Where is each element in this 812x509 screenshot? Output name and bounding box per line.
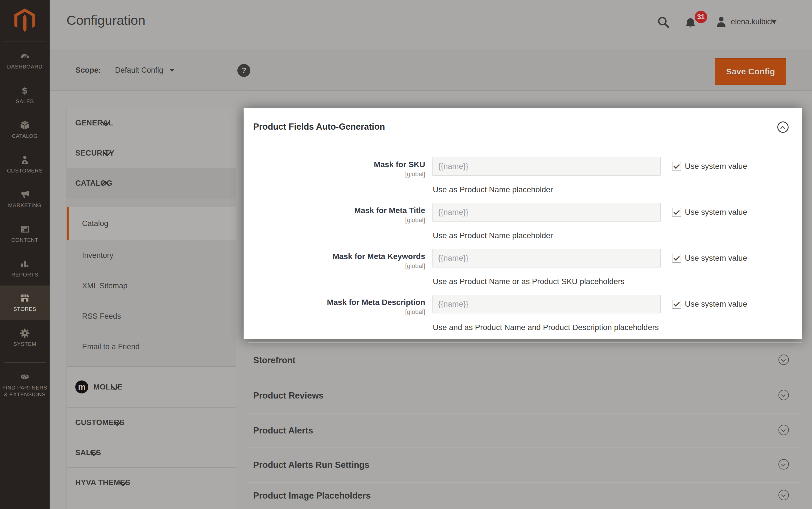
sidebar-item-label: REPORTS xyxy=(11,271,38,278)
sidebar-item-label: DASHBOARD xyxy=(7,63,42,70)
config-submenu-item-label: Catalog xyxy=(82,219,108,228)
collapsed-sections-list: StorefrontProduct ReviewsProduct AlertsP… xyxy=(248,342,802,509)
config-menu-section-security[interactable]: SECURITY xyxy=(67,138,236,168)
user-avatar-icon[interactable] xyxy=(714,15,728,30)
use-system-value-checkbox[interactable]: Use system value xyxy=(672,203,747,222)
config-submenu-item-inventory[interactable]: Inventory xyxy=(67,240,236,271)
config-menu-section-sales[interactable]: SALES xyxy=(67,438,236,467)
config-submenu-item-rss-feeds[interactable]: RSS Feeds xyxy=(67,301,236,332)
chevron-down-icon xyxy=(781,463,786,466)
field-input-mask-for-sku[interactable] xyxy=(432,157,660,176)
field-input-mask-for-meta-description[interactable] xyxy=(432,295,660,313)
chevron-down-icon xyxy=(102,120,110,126)
config-submenu-item-label: Email to a Friend xyxy=(82,342,139,351)
expand-section-icon[interactable] xyxy=(778,459,789,470)
field-note: Use as Product Name placeholder xyxy=(433,226,553,245)
collapsed-section-product-reviews[interactable]: Product Reviews xyxy=(248,378,802,413)
sidebar-item-label: FIND PARTNERS & EXTENSIONS xyxy=(1,384,48,398)
collapsed-section-storefront[interactable]: Storefront xyxy=(248,342,802,378)
sidebar-item-label: STORES xyxy=(13,306,36,312)
field-scope-label: [global] xyxy=(243,262,425,270)
scope-toolbar: Scope: Default Config ? Save Config xyxy=(50,50,812,91)
config-menu-section-hyva-themes[interactable]: HYVA THEMES xyxy=(67,467,236,498)
sidebar-item-catalog[interactable]: CATALOG xyxy=(0,114,50,145)
sidebar-divider xyxy=(4,41,46,41)
collapsed-section-title: Product Alerts xyxy=(253,426,313,436)
sidebar-item-label: CUSTOMERS xyxy=(7,167,42,174)
sidebar-item-stores[interactable]: STORES xyxy=(0,285,50,320)
sidebar-item-system[interactable]: SYSTEM xyxy=(0,323,50,353)
help-icon[interactable]: ? xyxy=(237,64,250,77)
collapsed-section-product-alerts[interactable]: Product Alerts xyxy=(248,413,802,447)
collapsed-section-title: Product Image Placeholders xyxy=(253,491,371,501)
checkbox-checked-icon xyxy=(672,254,681,263)
chevron-down-icon xyxy=(781,429,786,432)
use-system-value-checkbox[interactable]: Use system value xyxy=(672,249,747,268)
sidebar-item-customers[interactable]: CUSTOMERS xyxy=(0,149,50,179)
config-menu-section-general[interactable]: GENERAL xyxy=(67,108,236,138)
chevron-down-icon xyxy=(90,450,98,455)
config-menu-section-partial[interactable] xyxy=(67,498,236,509)
checkbox-checked-icon xyxy=(672,300,681,309)
expand-section-icon[interactable] xyxy=(778,354,789,365)
sidebar-item-find-partners-extensions[interactable]: FIND PARTNERS & EXTENSIONS xyxy=(0,366,50,403)
field-note: Use as Product Name placeholder xyxy=(433,180,553,199)
expand-section-icon[interactable] xyxy=(778,490,789,500)
config-menu-section-catalog[interactable]: CATALOG xyxy=(67,168,236,198)
field-row-mask-for-meta-keywords: Mask for Meta Keywords[global]Use as Pro… xyxy=(243,249,802,295)
field-label: Mask for Meta Description xyxy=(243,298,425,307)
sidebar-item-reports[interactable]: REPORTS xyxy=(0,253,50,283)
search-icon[interactable] xyxy=(657,16,670,30)
config-submenu-catalog: CatalogInventoryXML SitemapRSS FeedsEmai… xyxy=(67,198,236,366)
sidebar-item-label: CONTENT xyxy=(11,237,38,243)
collapsed-section-product-image-placeholders[interactable]: Product Image Placeholders xyxy=(248,482,802,509)
field-scope-label: [global] xyxy=(243,216,425,224)
config-submenu-item-label: XML Sitemap xyxy=(82,281,127,290)
magento-logo-icon[interactable] xyxy=(0,8,50,33)
field-row-mask-for-meta-description: Mask for Meta Description[global]Use and… xyxy=(243,295,802,341)
sidebar-item-content[interactable]: CONTENT xyxy=(0,218,50,249)
config-submenu-item-email-to-a-friend[interactable]: Email to a Friend xyxy=(67,332,236,362)
expand-section-icon[interactable] xyxy=(778,425,789,435)
dashboard-icon xyxy=(20,51,30,61)
sales-icon: $ xyxy=(20,86,30,96)
chevron-down-icon xyxy=(119,480,127,486)
config-menu-section-customers[interactable]: CUSTOMERS xyxy=(67,407,236,438)
username[interactable]: elena.kulbich xyxy=(731,18,775,26)
checkbox-checked-icon xyxy=(672,162,681,171)
content-icon xyxy=(20,224,30,234)
notification-count-badge[interactable]: 31 xyxy=(695,11,707,23)
stores-icon xyxy=(20,293,30,303)
config-submenu-item-label: RSS Feeds xyxy=(82,312,121,321)
use-system-value-checkbox[interactable]: Use system value xyxy=(672,157,747,176)
sidebar-item-sales[interactable]: $SALES xyxy=(0,80,50,110)
checkbox-label: Use system value xyxy=(685,300,747,309)
expand-section-icon[interactable] xyxy=(778,390,789,400)
user-menu-caret-icon[interactable] xyxy=(771,20,777,23)
collapsed-section-product-alerts-run-settings[interactable]: Product Alerts Run Settings xyxy=(248,447,802,482)
config-submenu-item-xml-sitemap[interactable]: XML Sitemap xyxy=(67,271,236,301)
field-row-mask-for-sku: Mask for SKU[global]Use as Product Name … xyxy=(243,157,802,203)
field-input-mask-for-meta-title[interactable] xyxy=(432,203,660,222)
collapsed-section-title: Product Reviews xyxy=(253,391,324,401)
sidebar-item-dashboard[interactable]: DASHBOARD xyxy=(0,45,50,75)
config-menu-section-mollie[interactable]: mMOLLIE xyxy=(67,366,236,407)
collapse-section-icon[interactable] xyxy=(777,122,789,133)
checkbox-checked-icon xyxy=(672,208,681,217)
use-system-value-checkbox[interactable]: Use system value xyxy=(672,295,747,313)
mollie-logo-icon: m xyxy=(75,380,88,394)
field-label: Mask for Meta Title xyxy=(243,206,425,215)
config-submenu-item-label: Inventory xyxy=(82,251,113,260)
field-note: Use and as Product Name and Product Desc… xyxy=(433,318,659,337)
scope-selector[interactable]: Default Config xyxy=(115,66,174,75)
reports-icon xyxy=(20,259,30,269)
field-input-mask-for-meta-keywords[interactable] xyxy=(432,249,660,268)
sidebar-item-label: CATALOG xyxy=(12,133,38,139)
page-title: Configuration xyxy=(67,12,145,28)
save-config-button[interactable]: Save Config xyxy=(715,58,786,85)
sidebar-item-label: SALES xyxy=(16,98,34,105)
catalog-icon xyxy=(20,120,30,130)
field-row-mask-for-meta-title: Mask for Meta Title[global]Use as Produc… xyxy=(243,203,802,249)
sidebar-item-marketing[interactable]: MARKETING xyxy=(0,184,50,214)
config-submenu-item-catalog[interactable]: Catalog xyxy=(67,207,236,240)
